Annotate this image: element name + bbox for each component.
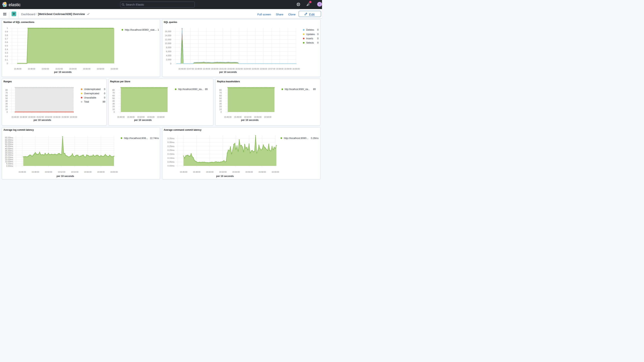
svg-text:20: 20: [219, 105, 222, 108]
svg-text:15:54:00: 15:54:00: [232, 171, 240, 173]
svg-text:per 10 seconds: per 10 seconds: [219, 71, 237, 74]
svg-text:15:54:00: 15:54:00: [69, 68, 76, 70]
svg-text:50: 50: [6, 97, 8, 100]
svg-text:http://localhost:8080...: http://localhost:8080...: [284, 137, 308, 140]
svg-text:0.26ms: 0.26ms: [311, 137, 318, 140]
svg-text:15:48:00: 15:48:00: [28, 68, 35, 70]
svg-text:4,000: 4,000: [166, 54, 172, 57]
svg-text:10: 10: [219, 108, 222, 110]
svg-text:Deletes: Deletes: [306, 28, 314, 31]
svg-text:15:50:00: 15:50:00: [42, 68, 49, 70]
svg-text:10,000: 10,000: [165, 42, 172, 44]
svg-text:per 10 seconds: per 10 seconds: [54, 71, 72, 74]
svg-text:0: 0: [104, 92, 105, 95]
svg-text:15:48:00: 15:48:00: [20, 116, 27, 118]
svg-text:1: 1: [158, 28, 159, 31]
svg-text:0.8: 0.8: [5, 34, 8, 36]
svg-text:16:00:00: 16:00:00: [110, 171, 118, 173]
svg-text:15:50:00: 15:50:00: [28, 116, 36, 118]
svg-text:Updates: Updates: [306, 33, 315, 36]
svg-text:per 10 seconds: per 10 seconds: [134, 119, 152, 122]
svg-text:15:46:00: 15:46:00: [117, 116, 125, 118]
svg-text:0: 0: [220, 111, 222, 113]
svg-text:0: 0: [317, 37, 318, 40]
svg-text:89: 89: [103, 100, 106, 103]
svg-text:55.00ms: 55.00ms: [5, 141, 13, 143]
svg-text:60.00ms: 60.00ms: [5, 139, 13, 141]
svg-text:15:55:00: 15:55:00: [254, 116, 262, 118]
svg-text:0: 0: [6, 111, 8, 113]
svg-text:0: 0: [114, 111, 115, 113]
svg-text:15:56:00: 15:56:00: [245, 171, 253, 173]
svg-text:15:57:00: 15:57:00: [268, 68, 275, 70]
svg-text:15:46:00: 15:46:00: [180, 171, 187, 173]
svg-text:0.00ms: 0.00ms: [168, 164, 175, 167]
svg-text:0.3: 0.3: [5, 52, 8, 54]
svg-text:40: 40: [6, 100, 8, 102]
svg-text:25.00ms: 25.00ms: [5, 154, 13, 156]
svg-text:80: 80: [112, 89, 115, 91]
svg-text:20: 20: [6, 105, 8, 108]
svg-text:0: 0: [317, 42, 318, 44]
svg-text:http://localhost:8080/_stat...: http://localhost:8080/_stat...: [125, 28, 156, 31]
svg-text:2,000: 2,000: [166, 58, 172, 61]
svg-text:15:56:00: 15:56:00: [83, 68, 90, 70]
svg-text:70: 70: [219, 92, 222, 94]
svg-text:0.4: 0.4: [5, 48, 8, 50]
svg-text:0.5: 0.5: [5, 44, 8, 47]
svg-text:15:46:00: 15:46:00: [12, 116, 19, 118]
svg-text:15:58:00: 15:58:00: [157, 116, 164, 118]
svg-text:15.00ms: 15.00ms: [5, 158, 13, 160]
svg-text:30.00ms: 30.00ms: [5, 152, 13, 154]
svg-text:20.00ms: 20.00ms: [5, 156, 13, 158]
svg-text:15:52:00: 15:52:00: [219, 171, 226, 173]
svg-text:22.74ms: 22.74ms: [150, 137, 159, 140]
svg-text:35.00ms: 35.00ms: [5, 150, 13, 152]
svg-text:0: 0: [170, 62, 171, 65]
svg-text:0.7: 0.7: [5, 38, 8, 40]
svg-text:40: 40: [219, 100, 222, 102]
svg-text:15:53:00: 15:53:00: [236, 68, 243, 70]
svg-text:15:52:00: 15:52:00: [58, 171, 65, 173]
svg-text:per 10 seconds: per 10 seconds: [216, 175, 234, 178]
svg-text:15:46:00: 15:46:00: [18, 171, 26, 173]
svg-text:1: 1: [7, 27, 8, 29]
svg-text:70: 70: [112, 92, 115, 94]
svg-text:15:58:00: 15:58:00: [61, 116, 69, 118]
svg-text:0.15ms: 0.15ms: [168, 153, 175, 155]
svg-text:15:49:00: 15:49:00: [203, 68, 210, 70]
svg-text:16:00:00: 16:00:00: [110, 68, 118, 70]
svg-text:15:49:00: 15:49:00: [234, 116, 242, 118]
svg-text:0.00ms: 0.00ms: [6, 165, 13, 167]
svg-text:15:55:00: 15:55:00: [252, 68, 259, 70]
svg-text:per 10 seconds: per 10 seconds: [241, 119, 258, 122]
svg-text:Overreplicated: Overreplicated: [84, 92, 99, 95]
svg-text:15:52:00: 15:52:00: [227, 68, 235, 70]
svg-text:0.1: 0.1: [5, 58, 8, 61]
svg-text:0.35ms: 0.35ms: [168, 137, 175, 140]
svg-text:50: 50: [112, 97, 115, 100]
svg-text:0.10ms: 0.10ms: [168, 157, 175, 159]
svg-text:15:58:00: 15:58:00: [276, 68, 284, 70]
svg-text:15:58:00: 15:58:00: [97, 171, 105, 173]
svg-text:15:55:00: 15:55:00: [147, 116, 155, 118]
svg-text:0: 0: [317, 33, 318, 36]
svg-text:Selects: Selects: [306, 42, 314, 44]
svg-text:15:48:00: 15:48:00: [32, 171, 39, 173]
svg-text:15:52:00: 15:52:00: [36, 116, 44, 118]
svg-text:16,000: 16,000: [165, 30, 172, 32]
svg-text:10: 10: [6, 108, 8, 110]
svg-text:15:56:00: 15:56:00: [260, 68, 267, 70]
svg-text:89: 89: [205, 88, 208, 90]
svg-text:70: 70: [6, 92, 8, 94]
svg-text:Total: Total: [84, 100, 89, 103]
svg-text:80: 80: [219, 89, 222, 91]
svg-text:15:46:00: 15:46:00: [224, 116, 232, 118]
svg-text:0.25ms: 0.25ms: [168, 145, 175, 148]
svg-text:15:58:00: 15:58:00: [264, 116, 272, 118]
svg-text:15:56:00: 15:56:00: [84, 171, 92, 173]
svg-text:15:51:00: 15:51:00: [219, 68, 226, 70]
svg-text:15:58:00: 15:58:00: [258, 171, 266, 173]
svg-text:0.20ms: 0.20ms: [168, 149, 175, 151]
svg-text:15:50:00: 15:50:00: [211, 68, 218, 70]
